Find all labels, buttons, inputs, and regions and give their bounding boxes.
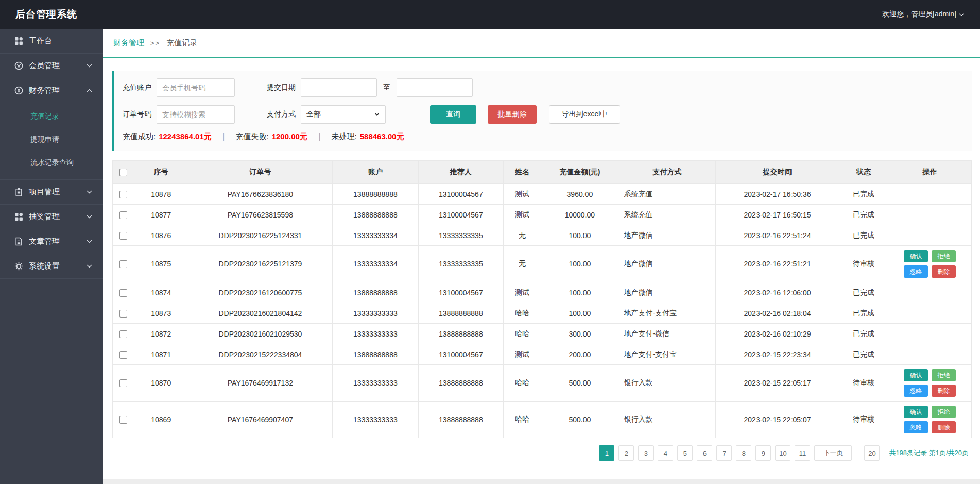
row-action-buttons: 确认拒绝忽略删除 bbox=[904, 406, 956, 433]
table-row: 10869 PAY1676469907407 13333333333 13888… bbox=[113, 402, 972, 438]
export-excel-button[interactable]: 导出到excel中 bbox=[549, 105, 620, 124]
page-button-4[interactable]: 4 bbox=[658, 445, 673, 461]
cell-id: 10878 bbox=[134, 184, 188, 205]
reject-button[interactable]: 拒绝 bbox=[932, 406, 956, 418]
reject-button[interactable]: 拒绝 bbox=[932, 369, 956, 381]
confirm-button[interactable]: 确认 bbox=[904, 369, 928, 381]
sidebar-block: 项目管理 bbox=[0, 180, 103, 205]
project-icon bbox=[14, 188, 23, 196]
sidebar-subitem-流水记录查询[interactable]: 流水记录查询 bbox=[0, 151, 103, 174]
page-button-6[interactable]: 6 bbox=[697, 445, 712, 461]
row-checkbox[interactable] bbox=[119, 379, 127, 387]
date-to-input[interactable] bbox=[397, 78, 473, 97]
breadcrumb-parent-link[interactable]: 财务管理 bbox=[113, 38, 144, 48]
row-checkbox[interactable] bbox=[119, 260, 127, 268]
cell-name: 测试 bbox=[503, 282, 541, 303]
cell-account: 13333333333 bbox=[333, 303, 419, 324]
confirm-button[interactable]: 确认 bbox=[904, 406, 928, 418]
date-label: 提交日期 bbox=[267, 83, 296, 92]
ignore-button[interactable]: 忽略 bbox=[904, 421, 928, 433]
cell-id: 10873 bbox=[134, 303, 188, 324]
article-icon bbox=[14, 237, 23, 246]
cell-referrer: 13888888888 bbox=[418, 303, 503, 324]
cell-time: 2023-02-15 22:23:34 bbox=[715, 344, 839, 365]
row-checkbox-cell bbox=[113, 303, 134, 324]
cell-name: 哈哈 bbox=[503, 324, 541, 344]
next-page-button[interactable]: 下一页 bbox=[814, 445, 852, 461]
cell-order-no: DDP20230216021804142 bbox=[188, 303, 332, 324]
ignore-button[interactable]: 忽略 bbox=[904, 265, 928, 278]
date-from-input[interactable] bbox=[301, 78, 377, 97]
column-header-提交时间: 提交时间 bbox=[715, 161, 839, 184]
page-button-7[interactable]: 7 bbox=[716, 445, 732, 461]
ignore-button[interactable]: 忽略 bbox=[904, 385, 928, 397]
sidebar-item-系统设置[interactable]: 系统设置 bbox=[0, 254, 103, 278]
cell-referrer: 13100004567 bbox=[418, 282, 503, 303]
cell-actions bbox=[888, 303, 972, 324]
column-header-序号: 序号 bbox=[134, 161, 188, 184]
chevron-down-icon bbox=[86, 213, 93, 220]
reject-button[interactable]: 拒绝 bbox=[932, 250, 956, 262]
cell-method: 地产支付-微信 bbox=[618, 324, 715, 344]
row-checkbox[interactable] bbox=[119, 211, 127, 219]
row-checkbox[interactable] bbox=[119, 191, 127, 198]
confirm-button[interactable]: 确认 bbox=[904, 250, 928, 262]
user-menu[interactable]: 欢迎您，管理员[admin] bbox=[882, 10, 965, 19]
row-checkbox[interactable] bbox=[119, 330, 127, 338]
sidebar-block: 文章管理 bbox=[0, 229, 103, 254]
payment-label: 支付方式 bbox=[267, 110, 296, 119]
select-all-checkbox[interactable] bbox=[119, 169, 127, 176]
account-input[interactable] bbox=[157, 78, 235, 97]
cell-account: 13333333333 bbox=[333, 365, 419, 402]
last-page-button[interactable]: 20 bbox=[864, 445, 880, 461]
cell-name: 哈哈 bbox=[503, 303, 541, 324]
sidebar-block: 抽奖管理 bbox=[0, 205, 103, 229]
sidebar-item-会员管理[interactable]: 会员管理 bbox=[0, 54, 103, 78]
cell-name: 哈哈 bbox=[503, 402, 541, 438]
content: 充值账户 提交日期 至 订单号码 支付方式 全部 查询 bbox=[103, 58, 980, 479]
row-checkbox-cell bbox=[113, 205, 134, 225]
page-button-5[interactable]: 5 bbox=[677, 445, 693, 461]
page-button-8[interactable]: 8 bbox=[736, 445, 751, 461]
stat-success-label: 充值成功: bbox=[123, 132, 156, 142]
cell-name: 无 bbox=[503, 225, 541, 246]
cell-method: 系统充值 bbox=[618, 184, 715, 205]
column-header-支付方式: 支付方式 bbox=[618, 161, 715, 184]
cell-status: 已完成 bbox=[839, 205, 888, 225]
page-button-2[interactable]: 2 bbox=[618, 445, 634, 461]
row-checkbox[interactable] bbox=[119, 289, 127, 297]
cell-name: 测试 bbox=[503, 184, 541, 205]
page-button-10[interactable]: 10 bbox=[775, 445, 790, 461]
sidebar-item-label: 系统设置 bbox=[29, 261, 60, 271]
search-button[interactable]: 查询 bbox=[430, 105, 476, 124]
sidebar-item-工作台[interactable]: 工作台 bbox=[0, 29, 103, 53]
page-button-11[interactable]: 11 bbox=[795, 445, 810, 461]
cell-id: 10870 bbox=[134, 365, 188, 402]
sidebar-item-项目管理[interactable]: 项目管理 bbox=[0, 180, 103, 204]
batch-delete-button[interactable]: 批量删除 bbox=[488, 105, 537, 124]
account-label: 充值账户 bbox=[123, 83, 151, 92]
page-button-1[interactable]: 1 bbox=[599, 445, 614, 461]
order-input[interactable] bbox=[157, 105, 235, 124]
page-button-9[interactable]: 9 bbox=[755, 445, 771, 461]
delete-button[interactable]: 删除 bbox=[932, 421, 956, 433]
delete-button[interactable]: 删除 bbox=[932, 385, 956, 397]
sidebar-subitem-充值记录[interactable]: 充值记录 bbox=[0, 105, 103, 128]
sidebar-item-财务管理[interactable]: 财务管理 bbox=[0, 78, 103, 103]
chevron-down-icon bbox=[86, 238, 93, 245]
cell-method: 地产支付-支付宝 bbox=[618, 344, 715, 365]
payment-select[interactable]: 全部 bbox=[301, 105, 386, 124]
cell-actions bbox=[888, 324, 972, 344]
row-checkbox[interactable] bbox=[119, 351, 127, 359]
sidebar-item-抽奖管理[interactable]: 抽奖管理 bbox=[0, 205, 103, 229]
row-checkbox[interactable] bbox=[119, 310, 127, 318]
cell-id: 10871 bbox=[134, 344, 188, 365]
row-checkbox[interactable] bbox=[119, 232, 127, 240]
row-checkbox[interactable] bbox=[119, 416, 127, 424]
cell-amount: 100.00 bbox=[541, 303, 618, 324]
sidebar-subitem-提现申请[interactable]: 提现申请 bbox=[0, 128, 103, 151]
cell-time: 2023-02-17 16:50:36 bbox=[715, 184, 839, 205]
sidebar-item-文章管理[interactable]: 文章管理 bbox=[0, 229, 103, 254]
page-button-3[interactable]: 3 bbox=[638, 445, 654, 461]
delete-button[interactable]: 删除 bbox=[932, 265, 956, 278]
